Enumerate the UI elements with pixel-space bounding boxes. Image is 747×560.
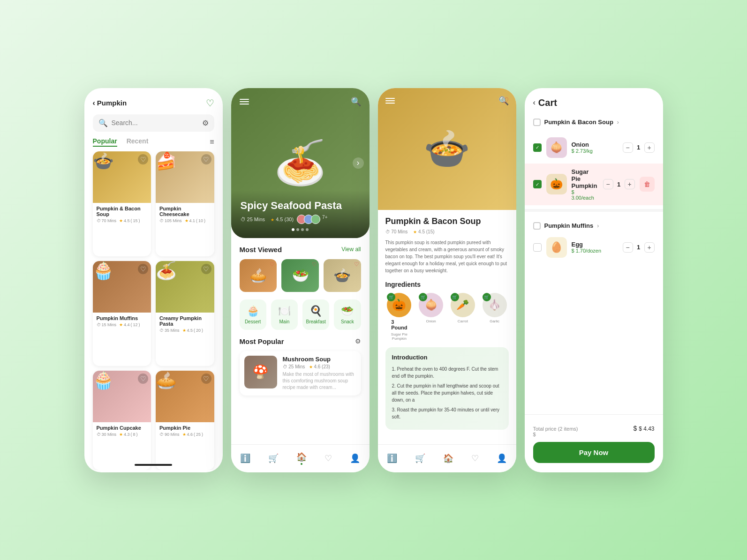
hero-search-icon[interactable]: 🔍 [351, 97, 361, 107]
category-main[interactable]: 🍽️ Main [271, 299, 298, 330]
cart-section-2-chevron[interactable]: › [597, 223, 599, 229]
popular-card-img-1: 🍄 [244, 356, 277, 388]
qty-decrease-pumpkin[interactable]: − [603, 179, 613, 189]
nav-home[interactable]: 🏠 [296, 452, 307, 465]
food-time-4: ⏱ 35 Mins [159, 328, 180, 333]
food-card-1[interactable]: 🍲 ♡ Pumpkin & Bacon Soup ⏱ 70 Mins ★ 4.5… [93, 151, 151, 256]
favorite-icon[interactable]: ♡ [206, 97, 214, 109]
popular-filter-icon[interactable]: ⚙ [355, 337, 361, 345]
most-popular-header: Most Popular ⚙ [240, 337, 361, 345]
food-card-title-4: Creamy Pumpkin Pasta [159, 315, 211, 327]
recipe-nav-info[interactable]: ℹ️ [387, 453, 397, 463]
recipe-menu-button[interactable] [385, 98, 395, 104]
cart-section-1-checkbox[interactable] [533, 119, 541, 126]
menu-button[interactable] [240, 99, 249, 105]
ingredient-1: 🎃 🛒 3Pound Sugar PiePumpkin [385, 293, 414, 341]
category-breakfast[interactable]: 🍳 Breakfast [302, 299, 329, 330]
search-input[interactable] [112, 119, 198, 127]
hero-avatars: 7+ [299, 215, 327, 224]
hero-dot-1[interactable] [292, 228, 294, 231]
food-card-5[interactable]: 🧁 ♡ Pumpkin Cupcake ⏱ 30 Mins ★ 4.3 (8) [93, 371, 151, 470]
food-card-img-3: 🧁 ♡ [93, 261, 151, 313]
food-card-4[interactable]: 🍝 ♡ Creamy Pumpkin Pasta ⏱ 35 Mins ★ 4.5… [156, 261, 214, 366]
delete-pumpkin-button[interactable]: 🗑 [640, 177, 655, 192]
most-viewed-header: Most Viewed View all [240, 246, 361, 254]
screen1-header: ‹ Pumpkin ♡ [84, 88, 223, 114]
ingredient-2: 🧅 🛒 Onion [417, 293, 445, 341]
qty-value-egg: 1 [636, 244, 641, 251]
home-indicator [135, 464, 172, 466]
popular-card-1[interactable]: 🍄 Mushroom Soup ⏱ 25 Mins ★ 4.6 (23) Mak… [240, 351, 361, 396]
recipe-title: Pumpkin & Bacon Soup [385, 217, 509, 226]
cart-total-row: Total price (2 items) $ $ $ 4.43 [533, 422, 655, 437]
food-card-2[interactable]: 🍰 ♡ Pumpkin Cheesecake ⏱ 105 Mins ★ 4.1 … [156, 151, 214, 256]
nav-profile[interactable]: 👤 [350, 453, 360, 463]
recipe-nav-home[interactable]: 🏠 [443, 453, 453, 463]
cart-item-img-egg: 🥚 [546, 237, 567, 258]
food-card-heart-6: ♡ [201, 373, 211, 384]
dessert-label: Dessert [245, 319, 261, 324]
qty-increase-onion[interactable]: + [644, 142, 655, 153]
cart-item-name-pumpkin: Sugar Pie Pumpkin [572, 168, 598, 189]
intro-box: Introduction 1. Preheat the oven to 400 … [385, 347, 509, 430]
food-card-title-5: Pumpkin Cupcake [97, 425, 148, 431]
mv-card-1[interactable]: 🥧 ♡ [240, 259, 277, 292]
cart-back-button[interactable]: ‹ [533, 98, 536, 107]
recipe-rating: ★ 4.5 (15) [413, 229, 434, 234]
nav-cart[interactable]: 🛒 [268, 453, 279, 463]
tab-popular[interactable]: Popular [93, 137, 117, 147]
cart-item-check-3[interactable] [533, 243, 542, 252]
recipe-heart[interactable]: ♡ [501, 96, 509, 106]
recipe-menu-line-2 [385, 100, 395, 101]
cart-item-check-1[interactable]: ✓ [533, 143, 542, 152]
recipe-hero: 🍲 🔍 ♡ [378, 88, 516, 210]
category-dessert[interactable]: 🧁 Dessert [240, 299, 266, 330]
tab-recent[interactable]: Recent [127, 137, 149, 147]
cart-section-1-chevron[interactable]: › [617, 119, 619, 126]
search-bar[interactable]: 🔍 ⚙ [93, 114, 214, 132]
ingredient-img-3: 🥕 🛒 [451, 293, 475, 317]
hero-dot-3[interactable] [301, 228, 304, 231]
recipe-nav-cart[interactable]: 🛒 [415, 453, 425, 463]
mv-card-3[interactable]: 🍲 ♡ [324, 259, 361, 292]
cart-item-check-2[interactable]: ✓ [533, 180, 542, 188]
recipe-hero-nav: 🔍 [385, 96, 509, 106]
cart-section-2-checkbox[interactable] [533, 222, 541, 230]
sort-icon[interactable]: ≡ [210, 138, 214, 146]
ingredient-img-2: 🧅 🛒 [419, 293, 443, 317]
nav-favorites[interactable]: ♡ [324, 453, 332, 463]
food-card-6[interactable]: 🥧 ♡ Pumpkin Pie ⏱ 90 Mins ★ 4.6 (25) [156, 371, 214, 470]
hero-area: 🍝 🔍 Spicy Seafood Pasta ⏱ 25 Mins ★ 4.5 … [231, 88, 370, 238]
mv-heart-2: ♡ [312, 261, 317, 268]
category-snack[interactable]: 🥗 Snack [334, 299, 361, 330]
food-rating-4: ★ 4.5 (20) [182, 328, 204, 333]
nav-info[interactable]: ℹ️ [240, 453, 250, 463]
food-card-heart-4: ♡ [201, 264, 211, 274]
mv-heart-1: ♡ [270, 261, 275, 268]
recipe-time: ⏱ 70 Mins [385, 229, 408, 234]
food-rating-6: ★ 4.6 (25) [182, 432, 204, 437]
qty-decrease-egg[interactable]: − [623, 242, 633, 253]
hero-nav: 🔍 [240, 97, 361, 107]
cart-total-price: $ $ 4.43 [633, 422, 654, 433]
qty-decrease-onion[interactable]: − [623, 142, 633, 153]
qty-increase-pumpkin[interactable]: + [625, 179, 635, 189]
popular-card-info-1: Mushroom Soup ⏱ 25 Mins ★ 4.6 (23) Make … [283, 356, 356, 391]
hero-dot-2[interactable] [296, 228, 299, 231]
qty-increase-egg[interactable]: + [644, 242, 655, 253]
food-card-3[interactable]: 🧁 ♡ Pumpkin Muffins ⏱ 15 Mins ★ 4.4 (12) [93, 261, 151, 366]
recipe-nav-profile[interactable]: 👤 [497, 453, 507, 463]
filter-icon[interactable]: ⚙ [202, 119, 209, 127]
view-all-button[interactable]: View all [341, 246, 361, 253]
recipe-nav-favorites[interactable]: ♡ [471, 453, 479, 463]
ingredient-badge-3: 🛒 [451, 293, 459, 301]
back-button[interactable]: ‹ Pumpkin [93, 99, 127, 107]
mv-card-2[interactable]: 🥗 ♡ [281, 259, 319, 292]
food-card-img-5: 🧁 ♡ [93, 371, 151, 422]
food-card-heart-3: ♡ [138, 264, 148, 274]
food-rating-3: ★ 4.4 (12) [119, 322, 140, 327]
hero-dot-4[interactable] [306, 228, 309, 231]
hero-next-arrow[interactable]: › [353, 157, 364, 169]
pay-now-button[interactable]: Pay Now [533, 442, 655, 463]
menu-line-3 [240, 104, 249, 105]
